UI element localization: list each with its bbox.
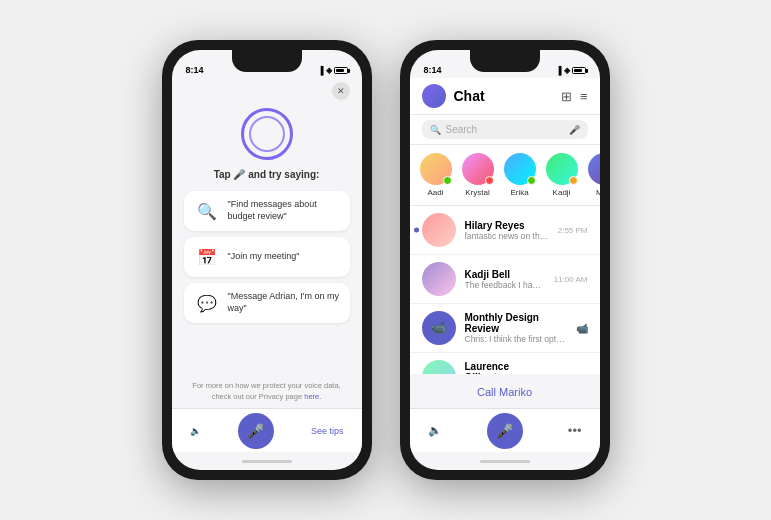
- close-button[interactable]: ✕: [332, 82, 350, 100]
- chat-list: Hilary Reyes fantastic news on the marke…: [410, 206, 600, 374]
- contact-item[interactable]: Erika: [504, 153, 536, 197]
- chat-info-meeting: Monthly Design Review Chris: I think the…: [465, 312, 567, 344]
- chat-info-laurence: Laurence Gilbertson You: great, talk to …: [465, 361, 544, 374]
- battery-icon-r: [572, 67, 586, 74]
- call-bar[interactable]: Call Mariko: [410, 374, 600, 408]
- cortana-circle: [241, 108, 293, 160]
- edit-icon[interactable]: ⊞: [561, 89, 572, 104]
- chat-time-laurence: Yesterday: [552, 373, 587, 375]
- contacts-row: Aadi Krystal Erika: [410, 145, 600, 206]
- right-time: 8:14: [424, 65, 442, 75]
- home-indicator-right: [410, 452, 600, 470]
- left-status-icons: ▐ ◈: [318, 66, 348, 75]
- contact-avatar-aadi: [420, 153, 452, 185]
- signal-icon-r: ▐: [556, 66, 562, 75]
- chat-name-kadji: Kadji Bell: [465, 269, 545, 280]
- chat-info-kadji: Kadji Bell The feedback I handed over wa…: [465, 269, 545, 290]
- avatar-kadji: [422, 262, 456, 296]
- scene: 8:14 ▐ ◈ ✕ Tap 🎤 and try saying:: [0, 0, 771, 520]
- chat-name-meeting: Monthly Design Review: [465, 312, 567, 334]
- avatar-meeting: 📹: [422, 311, 456, 345]
- chat-item-meeting[interactable]: 📹 Monthly Design Review Chris: I think t…: [410, 304, 600, 353]
- chat-time-kadji: 11:00 AM: [554, 275, 588, 284]
- right-phone: 8:14 ▐ ◈ Chat ⊞ ≡: [400, 40, 610, 480]
- search-placeholder: Search: [446, 124, 564, 135]
- notch: [232, 50, 302, 72]
- chat-item-hilary[interactable]: Hilary Reyes fantastic news on the marke…: [410, 206, 600, 255]
- calendar-suggestion-icon: 📅: [194, 244, 220, 270]
- avatar-hilary: [422, 213, 456, 247]
- wifi-icon: ◈: [326, 66, 332, 75]
- signal-icon: ▐: [318, 66, 324, 75]
- status-dot-yellow: [569, 176, 578, 185]
- chat-title: Chat: [454, 88, 553, 104]
- chat-info-hilary: Hilary Reyes fantastic news on the marke…: [465, 220, 549, 241]
- left-time: 8:14: [186, 65, 204, 75]
- search-bar-container: 🔍 Search 🎤: [410, 115, 600, 145]
- suggestion-text-1: "Find messages about budget review": [228, 199, 340, 222]
- cortana-header: ✕: [172, 78, 362, 100]
- user-avatar-header: [422, 84, 446, 108]
- suggestion-text-3: "Message Adrian, I'm on my way": [228, 291, 340, 314]
- chat-item-laurence[interactable]: Laurence Gilbertson You: great, talk to …: [410, 353, 600, 374]
- contact-avatar-kadji: [546, 153, 578, 185]
- contact-avatar-erika: [504, 153, 536, 185]
- contact-avatar-krystal: [462, 153, 494, 185]
- filter-icon[interactable]: ≡: [580, 89, 588, 104]
- chat-name-laurence: Laurence Gilbertson: [465, 361, 544, 374]
- chat-header: Chat ⊞ ≡: [410, 78, 600, 115]
- volume-icon-right[interactable]: 🔈: [428, 424, 442, 437]
- cortana-mic-button[interactable]: 🎤: [238, 413, 274, 449]
- chat-name-hilary: Hilary Reyes: [465, 220, 549, 231]
- search-input-wrap[interactable]: 🔍 Search 🎤: [422, 120, 588, 139]
- chat-preview-meeting: Chris: I think the first option is be...: [465, 334, 567, 344]
- contact-item[interactable]: Aadi: [420, 153, 452, 197]
- chat-mic-button[interactable]: 🎤: [487, 413, 523, 449]
- privacy-note: For more on how we protect your voice da…: [172, 377, 362, 408]
- contact-item[interactable]: Kadji: [546, 153, 578, 197]
- more-options-icon[interactable]: •••: [568, 423, 582, 438]
- contact-name-mi: Mi...: [596, 188, 600, 197]
- cortana-inner-circle: [249, 116, 285, 152]
- contact-name-krystal: Krystal: [465, 188, 489, 197]
- wifi-icon-r: ◈: [564, 66, 570, 75]
- battery-icon: [334, 67, 348, 74]
- search-icon: 🔍: [430, 125, 441, 135]
- chat-footer: 🔈 🎤 •••: [410, 408, 600, 452]
- left-phone: 8:14 ▐ ◈ ✕ Tap 🎤 and try saying:: [162, 40, 372, 480]
- header-icons: ⊞ ≡: [561, 89, 588, 104]
- suggestion-item: 💬 "Message Adrian, I'm on my way": [184, 283, 350, 323]
- home-bar: [242, 460, 292, 463]
- video-icon: 📹: [576, 323, 588, 334]
- suggestion-text-2: "Join my meeting": [228, 251, 300, 263]
- tap-prompt: Tap 🎤 and try saying:: [172, 164, 362, 185]
- chat-preview-hilary: fantastic news on the marketing prese...: [465, 231, 549, 241]
- notch-right: [470, 50, 540, 72]
- mic-search-icon[interactable]: 🎤: [569, 125, 580, 135]
- call-bar-text: Call Mariko: [477, 386, 532, 398]
- privacy-link[interactable]: here.: [304, 392, 321, 401]
- home-bar-right: [480, 460, 530, 463]
- chat-time-hilary: 2:55 PM: [558, 226, 588, 235]
- tap-text: Tap 🎤 and try saying:: [214, 169, 320, 180]
- contact-item[interactable]: Mi...: [588, 153, 600, 197]
- contact-avatar-mi: [588, 153, 600, 185]
- unread-indicator: [414, 228, 419, 233]
- status-dot-green: [443, 176, 452, 185]
- status-dot-green-e: [527, 176, 536, 185]
- volume-icon[interactable]: 🔈: [190, 426, 201, 436]
- contact-name-aadi: Aadi: [427, 188, 443, 197]
- suggestion-item: 🔍 "Find messages about budget review": [184, 191, 350, 231]
- contact-name-erika: Erika: [510, 188, 528, 197]
- suggestion-item: 📅 "Join my meeting": [184, 237, 350, 277]
- contact-item[interactable]: Krystal: [462, 153, 494, 197]
- chat-item-kadji[interactable]: Kadji Bell The feedback I handed over wa…: [410, 255, 600, 304]
- home-indicator: [172, 452, 362, 470]
- message-suggestion-icon: 💬: [194, 290, 220, 316]
- see-tips-button[interactable]: See tips: [311, 426, 344, 436]
- cortana-footer: 🔈 🎤 See tips: [172, 408, 362, 452]
- status-dot-red: [485, 176, 494, 185]
- suggestions-list: 🔍 "Find messages about budget review" 📅 …: [172, 185, 362, 377]
- avatar-laurence: [422, 360, 456, 374]
- right-status-icons: ▐ ◈: [556, 66, 586, 75]
